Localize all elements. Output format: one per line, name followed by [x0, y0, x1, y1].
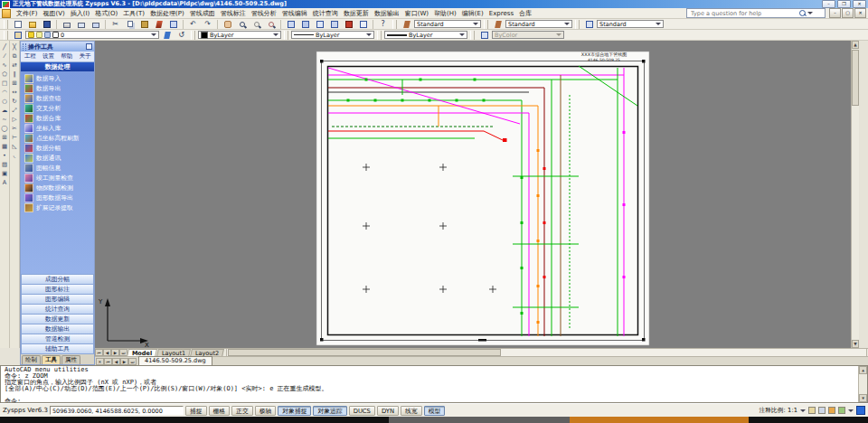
palette-item-data-check[interactable]: 数据查错 [24, 93, 94, 103]
annotation-scale-label[interactable]: 注释比例: 1:1 [759, 406, 797, 415]
maximize-button[interactable]: ❐ [837, 0, 851, 8]
linetype-select[interactable]: ByLayer [291, 31, 374, 39]
menu-item-tools[interactable]: 工具(T) [120, 8, 147, 19]
category-auxiliary-tools[interactable]: 辅助工具 [21, 343, 94, 354]
command-scrollbar[interactable]: ▲ ▼ [858, 366, 867, 402]
scroll-down-icon[interactable]: ▼ [852, 340, 859, 348]
point-tool-icon[interactable]: • [1, 151, 9, 160]
layer-previous-button[interactable]: ↺ [175, 29, 188, 41]
mdi-close-button[interactable]: ✕ [854, 8, 866, 18]
make-block-tool-icon[interactable]: ▦ [1, 142, 9, 151]
menu-item-library[interactable]: 合库 [516, 8, 534, 19]
toggle-otrack[interactable]: 对象追踪 [313, 406, 346, 416]
scroll-thumb[interactable] [228, 349, 501, 356]
text-style-select[interactable]: Standard [414, 20, 481, 28]
category-mapping-sheet[interactable]: 成图分幅 [21, 274, 94, 284]
chevron-down-icon[interactable] [848, 409, 854, 412]
open-button[interactable] [25, 18, 39, 30]
text-tool-icon[interactable]: A [1, 178, 9, 187]
menu-item-pipeline-analysis[interactable]: 管线分析 [249, 8, 279, 19]
trim-tool-icon[interactable]: ✂ [11, 124, 19, 133]
paste-button[interactable] [137, 18, 151, 30]
polygon-tool-icon[interactable]: ⬠ [1, 70, 9, 79]
category-data-output[interactable]: 数据输出 [21, 324, 94, 334]
menu-item-edit[interactable]: 编辑(E) [459, 8, 486, 19]
help-search-box[interactable] [686, 8, 826, 18]
properties-button[interactable] [284, 18, 297, 30]
chamfer-tool-icon[interactable]: ◺ [11, 142, 19, 151]
fillet-tool-icon[interactable]: ◟ [11, 151, 19, 160]
xline-tool-icon[interactable]: ⁄ [1, 52, 9, 61]
array-tool-icon[interactable]: ⊞ [11, 79, 19, 88]
mdi-restore-button[interactable]: ▢ [842, 8, 854, 18]
minimize-button[interactable]: – [822, 0, 835, 8]
menu-item-express[interactable]: Express [486, 9, 516, 18]
toolbar-lock-icon[interactable] [838, 407, 845, 414]
tab-prev-button[interactable]: ◀ [103, 349, 111, 356]
help-search-input[interactable] [689, 9, 799, 18]
menu-item-data-processing[interactable]: 数据处理(P) [147, 8, 187, 19]
toggle-osnap[interactable]: 对象捕捉 [278, 406, 311, 416]
copy-button[interactable] [123, 18, 137, 30]
palette-item-elevation-refresh[interactable]: 点坐标高程刷新 [24, 133, 94, 143]
cut-button[interactable]: ✂ [108, 18, 122, 30]
status-tray-icon[interactable] [856, 406, 865, 415]
stretch-tool-icon[interactable]: ▷ [11, 115, 19, 124]
menu-item-insert[interactable]: 插入(I) [68, 8, 93, 19]
toggle-snap[interactable]: 捕捉 [185, 406, 207, 416]
menu-item-pipeline-mapping[interactable]: 管线成图 [187, 8, 218, 19]
menu-item-view[interactable]: 视图(V) [41, 8, 68, 19]
markup-button[interactable] [342, 18, 355, 30]
polyline-tool-icon[interactable]: ∿ [1, 61, 9, 70]
insert-block-tool-icon[interactable]: ⊞ [1, 133, 9, 142]
palette-item-sheet-info[interactable]: 图幅信息 [24, 163, 94, 173]
palette-tab-settings[interactable]: 设置 [39, 52, 57, 61]
tab-next-button[interactable]: ▶ [111, 349, 119, 356]
move-tool-icon[interactable]: ↔ [11, 88, 19, 97]
coordinate-readout[interactable]: 509639.0060, 4146588.6025, 0.0000 [50, 406, 184, 415]
lineweight-select[interactable]: ByLayer [384, 31, 467, 39]
zoom-window-button[interactable] [250, 18, 263, 30]
category-pipeline-inspection[interactable]: 管道检测 [21, 334, 94, 343]
menu-item-statistics-query[interactable]: 统计查询 [310, 8, 341, 19]
rotate-tool-icon[interactable]: ↻ [11, 97, 19, 106]
bottom-tab-properties[interactable]: 属性 [61, 355, 80, 364]
palette-tab-project[interactable]: 工程 [21, 52, 39, 61]
menu-item-window[interactable]: 窗口(W) [402, 8, 431, 19]
zoom-realtime-button[interactable] [235, 18, 249, 30]
menu-item-data-output[interactable]: 数据输出 [372, 8, 402, 19]
doc-prev-button[interactable]: ◀ [112, 358, 120, 365]
layer-select[interactable]: 0 [25, 31, 159, 39]
redo-button[interactable]: ↷ [201, 18, 214, 30]
category-graphic-annotation[interactable]: 图形标注 [21, 284, 94, 294]
menu-item-pipeline-annotation[interactable]: 管线标注 [218, 8, 249, 19]
palette-title-bar[interactable]: 操作工具 [21, 42, 94, 52]
plot-button[interactable] [89, 18, 102, 30]
palette-tab-help[interactable]: 帮助 [58, 52, 76, 61]
table-style-select[interactable]: Standard [597, 20, 664, 28]
palette-item-coordinate-import[interactable]: 坐标入库 [24, 123, 94, 133]
palette-item-data-sheet-split[interactable]: 数据分幅 [24, 143, 94, 153]
toggle-polar[interactable]: 极轴 [255, 406, 277, 416]
toggle-model[interactable]: 模型 [424, 406, 446, 416]
scroll-down-icon[interactable]: ▼ [859, 394, 867, 402]
document-tab[interactable]: 4146.50-509.25.dwg [138, 356, 212, 365]
scroll-up-icon[interactable]: ▲ [859, 366, 867, 374]
drawing-canvas[interactable]: XXX市综合地下管线图 4146.50-509.25 [95, 41, 859, 348]
vertical-scrollbar[interactable]: ▲ ▼ [851, 41, 859, 348]
scale-tool-icon[interactable]: ⤢ [11, 106, 19, 115]
line-tool-icon[interactable]: ╱ [1, 42, 9, 52]
rectangle-tool-icon[interactable]: □ [1, 79, 9, 88]
erase-tool-icon[interactable]: ╳ [11, 42, 19, 52]
palette-item-data-communication[interactable]: 数据通讯 [24, 153, 94, 163]
command-line-window[interactable]: AutoCAD menu utilities 命令: z ZOOM 指定窗口的角… [0, 365, 868, 403]
annotation-visibility-icon[interactable] [808, 407, 816, 414]
chevron-down-icon[interactable] [807, 12, 813, 14]
palette-item-data-import[interactable]: 数据导入 [24, 73, 94, 83]
doc-next-button[interactable]: ▶ [120, 358, 128, 365]
toggle-grid[interactable]: 栅格 [209, 406, 231, 416]
doc-close-icon[interactable]: ✕ [96, 358, 104, 365]
palette-item-data-merge[interactable]: 数据合库 [24, 113, 94, 123]
save-button[interactable] [40, 18, 53, 30]
mdi-minimize-button[interactable]: – [829, 8, 841, 18]
